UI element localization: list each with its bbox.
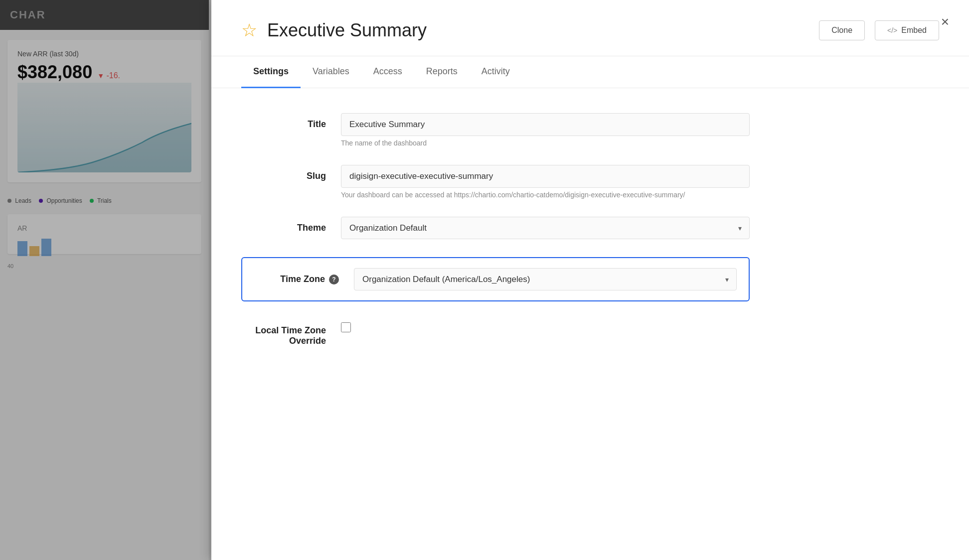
title-field: The name of the dashboard xyxy=(341,113,750,147)
slug-field: Your dashboard can be accessed at https:… xyxy=(341,165,750,199)
star-icon[interactable]: ☆ xyxy=(241,21,257,39)
tab-variables[interactable]: Variables xyxy=(301,56,361,88)
modal-tabs: Settings Variables Access Reports Activi… xyxy=(211,56,969,88)
title-input[interactable] xyxy=(341,113,750,136)
theme-select-wrapper: Organization Default Light Dark xyxy=(341,217,750,239)
modal-panel: × ☆ Executive Summary Clone </> Embed Se… xyxy=(211,0,969,560)
theme-select[interactable]: Organization Default Light Dark xyxy=(341,217,750,239)
clone-button[interactable]: Clone xyxy=(819,20,865,40)
local-timezone-label: Local Time Zone Override xyxy=(241,319,341,346)
title-hint: The name of the dashboard xyxy=(341,139,750,147)
local-timezone-checkbox[interactable] xyxy=(341,322,351,332)
timezone-help-icon[interactable]: ? xyxy=(329,275,339,284)
theme-row: Theme Organization Default Light Dark xyxy=(241,217,939,239)
tab-access[interactable]: Access xyxy=(361,56,414,88)
tab-activity[interactable]: Activity xyxy=(470,56,522,88)
tab-reports[interactable]: Reports xyxy=(414,56,470,88)
tab-settings[interactable]: Settings xyxy=(241,56,301,88)
timezone-select[interactable]: Organization Default (America/Los_Angele… xyxy=(354,268,737,290)
timezone-label: Time Zone ? xyxy=(254,274,354,284)
slug-input[interactable] xyxy=(341,165,750,188)
modal-header: ☆ Executive Summary Clone </> Embed xyxy=(211,0,969,56)
timezone-row: Time Zone ? Organization Default (Americ… xyxy=(241,257,750,301)
title-label: Title xyxy=(241,113,341,130)
local-timezone-field xyxy=(341,319,351,334)
timezone-field: Organization Default (America/Los_Angele… xyxy=(354,268,737,290)
embed-code-icon: </> xyxy=(887,26,897,34)
title-row: Title The name of the dashboard xyxy=(241,113,939,147)
timezone-select-wrapper: Organization Default (America/Los_Angele… xyxy=(354,268,737,290)
modal-content: Title The name of the dashboard Slug You… xyxy=(211,88,969,560)
theme-field: Organization Default Light Dark xyxy=(341,217,750,239)
slug-label: Slug xyxy=(241,165,341,181)
theme-label: Theme xyxy=(241,217,341,233)
local-timezone-row: Local Time Zone Override xyxy=(241,319,939,346)
close-button[interactable]: × xyxy=(941,15,949,29)
embed-button[interactable]: </> Embed xyxy=(875,20,939,40)
slug-hint: Your dashboard can be accessed at https:… xyxy=(341,191,750,199)
modal-title: Executive Summary xyxy=(267,20,809,41)
slug-row: Slug Your dashboard can be accessed at h… xyxy=(241,165,939,199)
